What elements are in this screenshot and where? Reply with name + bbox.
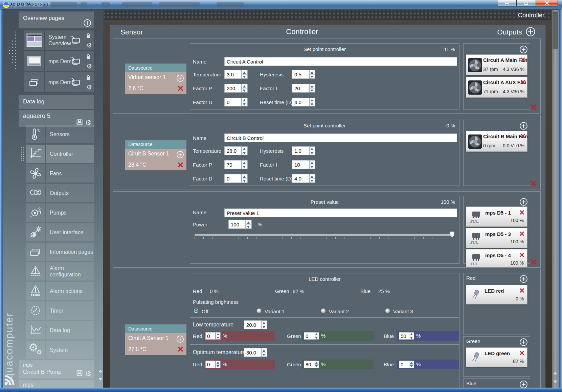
- sidebar-icon-user-interface[interactable]: [26, 223, 45, 241]
- output-card-fan[interactable]: Circuit B Main Fan 0 rpm 0.0 V 0 %: [466, 131, 527, 152]
- green-value-input[interactable]: [304, 332, 314, 340]
- output-card-pump[interactable]: mps D5 - 4 100 %: [466, 249, 527, 268]
- datalog-group-header[interactable]: Data log: [19, 95, 94, 109]
- remove-output-icon[interactable]: [520, 133, 525, 139]
- blue-value-input[interactable]: [399, 361, 409, 368]
- sidebar-item-pumps[interactable]: Pumps: [46, 203, 94, 222]
- temperature-stepper[interactable]: [242, 70, 248, 79]
- sidebar-item-alarm-configuration[interactable]: Alarm configuration: [46, 262, 94, 280]
- factor-d-input[interactable]: [224, 174, 242, 183]
- output-card-led[interactable]: LED green 82 %: [466, 347, 527, 367]
- gear-icon[interactable]: ⚙: [86, 42, 92, 49]
- scroll-up-icon[interactable]: [553, 372, 557, 374]
- remove-output-icon[interactable]: [519, 210, 524, 215]
- send-to-display-icon[interactable]: [70, 77, 81, 87]
- add-output-icon[interactable]: [519, 275, 528, 283]
- name-input[interactable]: [224, 209, 457, 217]
- blue-value-input[interactable]: [399, 332, 409, 340]
- sidebar-scroll-up-icon[interactable]: [98, 370, 103, 372]
- optimum-temperature-stepper[interactable]: [261, 348, 267, 357]
- send-to-display-icon[interactable]: [70, 56, 81, 66]
- sidebar-icon-sensors[interactable]: °C: [26, 125, 45, 143]
- sidebar-icon-system[interactable]: ⚙ ⚙: [26, 341, 45, 359]
- gear-icon[interactable]: ⚙: [85, 370, 91, 377]
- temperature-stepper[interactable]: [242, 146, 248, 155]
- overview-thumbnail-mps-demo-2[interactable]: [24, 72, 44, 92]
- mps-pump-group-header[interactable]: mps Circuit B Pump ⚙: [19, 360, 94, 378]
- sidebar-icon-timer[interactable]: [26, 301, 45, 320]
- low-temperature-stepper[interactable]: [261, 320, 267, 329]
- sidebar-icon-alarm-configuration[interactable]: [26, 262, 45, 280]
- lock-icon[interactable]: [86, 54, 91, 59]
- remove-output-icon[interactable]: [520, 79, 525, 84]
- sidebar-item-information-pages[interactable]: Information pages: [46, 243, 94, 261]
- blue-value-stepper[interactable]: [409, 361, 414, 368]
- remove-output-icon[interactable]: [519, 288, 524, 293]
- output-card-fan[interactable]: Circuit A Main Fan 37 rpm 4.3 V 36 %: [466, 54, 527, 75]
- reset-time-stepper[interactable]: [309, 98, 315, 106]
- green-value-input[interactable]: [304, 361, 314, 368]
- factor-i-input[interactable]: [292, 160, 309, 169]
- factor-p-input[interactable]: [224, 84, 242, 93]
- factor-i-stepper[interactable]: [309, 160, 315, 169]
- overview-thumbnail-mps-demo[interactable]: [24, 51, 44, 71]
- power-slider-track[interactable]: [195, 234, 454, 236]
- output-card-pump[interactable]: mps D5 - 1 100 %: [466, 206, 527, 227]
- sidebar-icon-outputs[interactable]: [26, 184, 45, 202]
- factor-p-stepper[interactable]: [242, 84, 248, 93]
- main-scrollbar[interactable]: [552, 10, 559, 388]
- add-overview-page-icon[interactable]: [83, 19, 91, 27]
- remove-output-icon[interactable]: [520, 57, 525, 62]
- sidebar-item-controller[interactable]: Controller: [46, 145, 94, 163]
- mps-group-header[interactable]: mps: [19, 380, 94, 388]
- factor-d-input[interactable]: [224, 98, 242, 106]
- name-input[interactable]: [224, 57, 457, 66]
- remove-datasource-icon[interactable]: [178, 85, 183, 91]
- sidebar-icon-fans[interactable]: [26, 164, 45, 182]
- save-icon[interactable]: [76, 119, 83, 125]
- reset-time-input[interactable]: [292, 98, 309, 106]
- maximize-button[interactable]: [517, 0, 536, 6]
- overview-pages-header[interactable]: Overview pages: [19, 11, 94, 28]
- red-value-input[interactable]: [205, 332, 216, 340]
- remove-output-icon[interactable]: [519, 350, 524, 356]
- add-datasource-icon[interactable]: [176, 74, 184, 82]
- green-value-stepper[interactable]: [314, 332, 319, 340]
- hysteresis-input[interactable]: [292, 146, 309, 155]
- sidebar-icon-information-pages[interactable]: [26, 243, 45, 261]
- datasource-box[interactable]: Datasource Ciruit A Sensor 1 27.5 °C: [125, 324, 186, 355]
- red-value-stepper[interactable]: [216, 332, 221, 340]
- red-value-input[interactable]: [205, 361, 216, 368]
- add-datasource-icon[interactable]: [176, 151, 184, 158]
- sidebar-item-alarm-actions[interactable]: Alarm actions: [46, 282, 94, 300]
- sidebar-scroll-down-icon[interactable]: [98, 378, 103, 381]
- sidebar-item-mps-demo-1[interactable]: mps Demo ⚙: [45, 51, 94, 71]
- radio-variant-3[interactable]: [385, 308, 390, 313]
- remove-output-icon[interactable]: [519, 252, 524, 258]
- delete-controller-icon[interactable]: [530, 104, 537, 111]
- add-datasource-icon[interactable]: [176, 335, 184, 343]
- factor-d-stepper[interactable]: [242, 98, 248, 106]
- sidebar-icon-alarm-actions[interactable]: [26, 282, 45, 300]
- sidebar-item-timer[interactable]: Timer: [46, 301, 94, 320]
- remove-output-icon[interactable]: [519, 231, 524, 236]
- add-output-icon[interactable]: [519, 198, 528, 206]
- temperature-input[interactable]: [224, 146, 242, 155]
- sidebar-item-outputs[interactable]: Outputs: [46, 184, 94, 202]
- gear-icon[interactable]: ⚙: [86, 63, 92, 70]
- remove-datasource-icon[interactable]: [178, 162, 183, 168]
- aquaero5-group-header[interactable]: aquaero 5 ⚙: [19, 110, 94, 127]
- name-input[interactable]: [224, 133, 457, 142]
- delete-controller-icon[interactable]: [530, 259, 537, 265]
- reset-time-input[interactable]: [292, 174, 309, 183]
- sidebar-icon-pumps[interactable]: [26, 203, 45, 222]
- sidebar-icon-data-log[interactable]: [26, 321, 45, 339]
- sidebar-collapse-icon[interactable]: [8, 24, 18, 78]
- power-stepper[interactable]: [246, 220, 252, 229]
- power-input[interactable]: [228, 220, 246, 229]
- sidebar-item-system[interactable]: System: [46, 341, 94, 359]
- remove-datasource-icon[interactable]: [178, 346, 183, 352]
- delete-controller-icon[interactable]: [530, 180, 537, 187]
- sidebar-item-fans[interactable]: Fans: [46, 164, 94, 182]
- hysteresis-input[interactable]: [292, 70, 309, 79]
